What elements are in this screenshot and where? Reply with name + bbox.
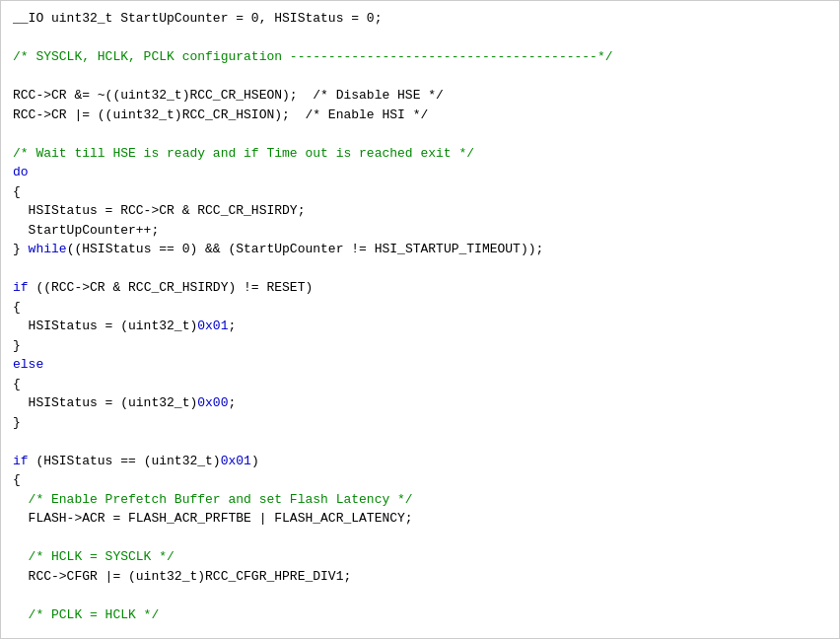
code-segment-plain: ((HSIStatus == 0) && (StartUpCounter != …: [67, 240, 544, 259]
code-segment-plain: RCC->CFGR |= (uint32_t)RCC_CFGR_HPRE_DIV…: [13, 567, 351, 587]
code-segment-plain: FLASH->ACR = FLASH_ACR_PRFTBE | FLASH_AC…: [13, 509, 413, 529]
code-line: RCC->CR |= ((uint32_t)RCC_CR_HSION); /* …: [1, 106, 839, 125]
code-segment-plain: ;: [228, 317, 236, 336]
code-segment-plain: RCC->CR |= ((uint32_t)RCC_CR_HSION); /* …: [13, 106, 428, 125]
code-segment-plain: {: [13, 470, 21, 490]
code-line: /* Enable Prefetch Buffer and set Flash …: [1, 490, 839, 510]
code-segment-plain: }: [13, 413, 21, 433]
code-segment-hex: 0x01: [197, 317, 228, 336]
code-line: RCC->CFGR |= (uint32_t)RCC_CFGR_HPRE_DIV…: [1, 567, 839, 587]
code-line: HSIStatus = RCC->CR & RCC_CR_HSIRDY;: [1, 201, 839, 221]
code-segment-hex: 0x00: [197, 393, 228, 413]
code-segment-comment: /* PCLK = HCLK */: [13, 605, 159, 625]
code-line: }: [1, 336, 839, 356]
code-segment-comment: /* SYSCLK, HCLK, PCLK configuration ----…: [13, 47, 613, 67]
code-segment-kw: if: [13, 278, 29, 298]
code-line: [1, 432, 839, 452]
code-segment-kw: else: [13, 355, 43, 375]
code-segment-plain: HSIStatus = (uint32_t): [13, 317, 197, 336]
code-segment-plain: HSIStatus = RCC->CR & RCC_CR_HSIRDY;: [13, 201, 305, 221]
code-line: /* Wait till HSE is ready and if Time ou…: [1, 144, 839, 164]
code-segment-plain: StartUpCounter++;: [13, 221, 159, 241]
code-line: [1, 259, 839, 279]
code-line: [1, 67, 839, 87]
code-line: } while((HSIStatus == 0) && (StartUpCoun…: [1, 240, 839, 259]
code-segment-plain: __IO uint32_t StartUpCounter = 0, HSISta…: [13, 9, 382, 29]
code-segment-plain: ;: [228, 393, 236, 413]
code-line: {: [1, 182, 839, 202]
code-line: [1, 586, 839, 605]
code-segment-plain: (HSIStatus == (uint32_t): [29, 452, 221, 471]
code-segment-kw: do: [13, 163, 29, 182]
code-line: /* PCLK = HCLK */: [1, 605, 839, 625]
code-line: {: [1, 375, 839, 394]
code-line: __IO uint32_t StartUpCounter = 0, HSISta…: [1, 9, 839, 29]
code-segment-plain: {: [13, 182, 21, 202]
code-line: if (HSIStatus == (uint32_t)0x01): [1, 452, 839, 471]
code-line: [1, 529, 839, 548]
code-segment-plain: RCC->CR &= ~((uint32_t)RCC_CR_HSEON); /*…: [13, 86, 444, 106]
code-line: [1, 29, 839, 48]
code-line: {: [1, 298, 839, 318]
code-segment-kw: if: [13, 452, 29, 471]
code-line: }: [1, 413, 839, 433]
code-segment-plain: ((RCC->CR & RCC_CR_HSIRDY) != RESET): [29, 278, 314, 298]
code-segment-comment: /* HCLK = SYSCLK */: [13, 547, 175, 567]
code-segment-kw: while: [29, 240, 67, 259]
code-line: FLASH->ACR = FLASH_ACR_PRFTBE | FLASH_AC…: [1, 509, 839, 529]
code-line: StartUpCounter++;: [1, 221, 839, 241]
code-segment-plain: }: [13, 336, 21, 356]
code-segment-plain: ): [251, 452, 259, 471]
code-segment-plain: {: [13, 375, 21, 394]
code-line: RCC->CR &= ~((uint32_t)RCC_CR_HSEON); /*…: [1, 86, 839, 106]
code-segment-hex: 0x01: [221, 452, 251, 471]
code-line: HSIStatus = (uint32_t)0x01;: [1, 317, 839, 336]
code-editor: __IO uint32_t StartUpCounter = 0, HSISta…: [0, 0, 840, 639]
code-line: {: [1, 470, 839, 490]
code-line: HSIStatus = (uint32_t)0x00;: [1, 393, 839, 413]
code-segment-plain: {: [13, 298, 21, 318]
code-line: [1, 124, 839, 144]
code-segment-plain: HSIStatus = (uint32_t): [13, 393, 197, 413]
code-line: /* SYSCLK, HCLK, PCLK configuration ----…: [1, 47, 839, 67]
code-line: if ((RCC->CR & RCC_CR_HSIRDY) != RESET): [1, 278, 839, 298]
code-line: else: [1, 355, 839, 375]
code-line: /* HCLK = SYSCLK */: [1, 547, 839, 567]
code-segment-comment: /* Wait till HSE is ready and if Time ou…: [13, 144, 474, 164]
code-segment-plain: }: [13, 240, 29, 259]
code-segment-comment: /* Enable Prefetch Buffer and set Flash …: [13, 490, 413, 510]
code-line: do: [1, 163, 839, 182]
